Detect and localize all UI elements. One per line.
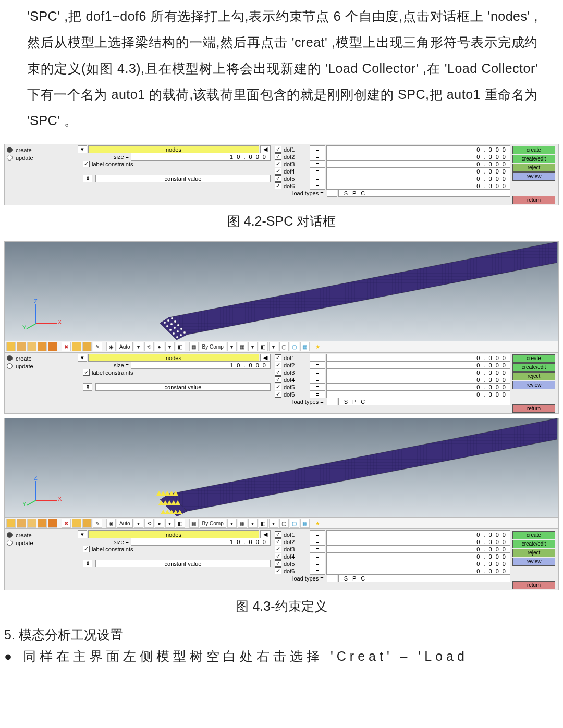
review-button[interactable]: review: [512, 558, 555, 566]
tb-icon[interactable]: [27, 519, 36, 528]
caret-down-icon[interactable]: ▾: [248, 342, 258, 351]
delete-icon[interactable]: ✖: [62, 342, 71, 351]
create-button[interactable]: create: [512, 146, 555, 154]
dof3-check[interactable]: ✓: [275, 546, 282, 552]
cube-icon[interactable]: ◧: [176, 342, 185, 351]
load-types-value[interactable]: S P C: [338, 189, 510, 197]
bycomp-icon[interactable]: ▦: [189, 519, 199, 528]
tb-icon[interactable]: [17, 519, 26, 528]
entity-type-toggle[interactable]: ▾: [78, 145, 87, 153]
tb-icon[interactable]: [82, 519, 92, 528]
dof3-value[interactable]: 0 . 0 0 0: [326, 545, 510, 553]
dof2-value[interactable]: 0 . 0 0 0: [326, 538, 510, 546]
tb-icon[interactable]: ◧: [259, 342, 268, 351]
reject-button[interactable]: reject: [512, 549, 555, 557]
create-edit-button[interactable]: create/edit: [512, 363, 555, 372]
constant-value-field[interactable]: constant value: [95, 383, 271, 391]
entity-type-toggle[interactable]: ▾: [78, 354, 87, 362]
selector-reset[interactable]: ◀: [260, 354, 271, 362]
dof6-value[interactable]: 0 . 0 0 0: [326, 390, 510, 398]
radio-create[interactable]: create: [7, 146, 75, 153]
tb-icon[interactable]: ✎: [93, 342, 102, 351]
dof4-value[interactable]: 0 . 0 0 0: [326, 552, 510, 560]
tb-icon[interactable]: [82, 342, 92, 351]
return-button[interactable]: return: [512, 404, 555, 413]
bycomp-dropdown[interactable]: By Comp: [200, 342, 226, 351]
dof1-check[interactable]: ✓: [275, 146, 282, 153]
tb-icon[interactable]: ●: [155, 342, 164, 351]
selector-reset[interactable]: ◀: [260, 145, 271, 153]
dof6-check[interactable]: ✓: [275, 391, 282, 398]
dof1-value[interactable]: 0 . 0 0 0: [326, 145, 510, 153]
dof6-check[interactable]: ✓: [275, 182, 282, 189]
nodes-selector[interactable]: nodes: [88, 145, 259, 153]
dof2-check[interactable]: ✓: [275, 153, 282, 160]
auto-dropdown[interactable]: Auto: [117, 342, 133, 351]
caret-down-icon[interactable]: ▾: [227, 519, 237, 528]
create-edit-button[interactable]: create/edit: [512, 155, 555, 163]
dof1-check[interactable]: ✓: [275, 531, 282, 538]
tb-icon[interactable]: ▾: [165, 519, 175, 528]
dof5-value[interactable]: 0 . 0 0 0: [326, 175, 510, 182]
entity-type-toggle[interactable]: ▾: [78, 530, 87, 538]
viewport-3d-after[interactable]: X Z Y: [4, 418, 559, 518]
radio-update[interactable]: update: [7, 363, 75, 369]
tb-icon[interactable]: ▦: [238, 519, 247, 528]
nodes-selector[interactable]: nodes: [88, 354, 259, 362]
caret-down-icon[interactable]: ▾: [227, 342, 237, 351]
create-button[interactable]: create: [512, 531, 555, 539]
dof5-value[interactable]: 0 . 0 0 0: [326, 383, 510, 391]
size-value[interactable]: 1 0 . 0 0 0: [131, 361, 271, 369]
dof3-check[interactable]: ✓: [275, 161, 282, 167]
constant-value-field[interactable]: constant value: [95, 175, 271, 182]
reject-button[interactable]: reject: [512, 372, 555, 380]
size-value[interactable]: 1 0 . 0 0 0: [131, 538, 271, 546]
dof6-value[interactable]: 0 . 0 0 0: [326, 182, 510, 190]
review-button[interactable]: review: [512, 172, 555, 181]
auto-icon[interactable]: ◉: [106, 342, 116, 351]
dof4-check[interactable]: ✓: [275, 553, 282, 560]
tb-icon[interactable]: [27, 342, 36, 351]
review-button[interactable]: review: [512, 381, 555, 389]
constant-value-selector[interactable]: ⇕: [83, 383, 92, 391]
load-types-toggle[interactable]: [327, 189, 337, 197]
create-edit-button[interactable]: create/edit: [512, 540, 555, 548]
tb-icon[interactable]: ◧: [259, 519, 268, 528]
dof6-value[interactable]: 0 . 0 0 0: [326, 567, 510, 575]
dof2-check[interactable]: ✓: [275, 538, 282, 545]
radio-create[interactable]: create: [7, 532, 75, 538]
label-constraints-check[interactable]: ✓: [83, 161, 90, 167]
dof3-value[interactable]: 0 . 0 0 0: [326, 368, 510, 376]
tb-icon[interactable]: ▢: [279, 342, 289, 351]
dof1-check[interactable]: ✓: [275, 354, 282, 361]
return-button[interactable]: return: [512, 581, 555, 589]
tb-icon[interactable]: [72, 342, 81, 351]
tb-icon[interactable]: [38, 342, 47, 351]
nodes-selector[interactable]: nodes: [88, 530, 259, 538]
label-constraints-check[interactable]: ✓: [83, 369, 90, 376]
dof5-check[interactable]: ✓: [275, 175, 282, 182]
tb-icon[interactable]: [6, 519, 16, 528]
load-types-value[interactable]: S P C: [338, 574, 510, 582]
return-button[interactable]: return: [512, 196, 555, 204]
load-types-toggle[interactable]: [327, 398, 337, 405]
auto-dropdown[interactable]: Auto: [117, 519, 133, 528]
dof6-check[interactable]: ✓: [275, 567, 282, 574]
dof2-value[interactable]: 0 . 0 0 0: [326, 153, 510, 161]
dof4-check[interactable]: ✓: [275, 168, 282, 175]
dof1-value[interactable]: 0 . 0 0 0: [326, 354, 510, 362]
create-button[interactable]: create: [512, 354, 555, 363]
tb-icon[interactable]: [17, 342, 26, 351]
tb-icon[interactable]: [48, 342, 57, 351]
dof5-check[interactable]: ✓: [275, 384, 282, 390]
tb-icon[interactable]: ▦: [300, 519, 310, 528]
caret-down-icon[interactable]: ▾: [269, 519, 278, 528]
viewport-3d-before[interactable]: X Z Y: [4, 241, 559, 341]
tb-icon[interactable]: ▢: [290, 519, 299, 528]
constant-value-selector[interactable]: ⇕: [83, 560, 92, 567]
tb-icon[interactable]: [38, 519, 47, 528]
dof5-value[interactable]: 0 . 0 0 0: [326, 560, 510, 567]
radio-update[interactable]: update: [7, 539, 75, 546]
caret-down-icon[interactable]: ▾: [269, 342, 278, 351]
dof5-check[interactable]: ✓: [275, 560, 282, 567]
